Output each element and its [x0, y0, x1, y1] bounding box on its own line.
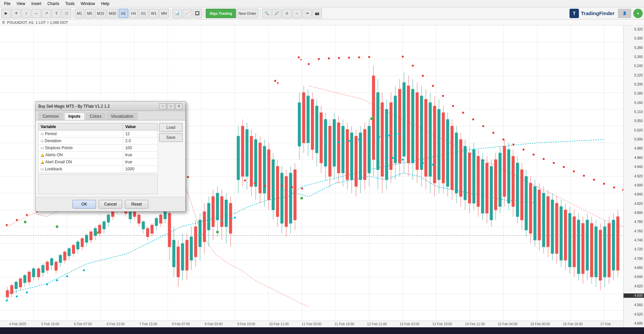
- svg-point-391: [398, 133, 400, 135]
- time-4: 7 Feb 15:00: [132, 322, 164, 326]
- tb-algo-trading[interactable]: Algo Trading: [206, 9, 236, 18]
- modal-close-button[interactable]: ✕: [175, 103, 183, 109]
- modal-maximize-button[interactable]: □: [167, 103, 175, 109]
- tab-common[interactable]: Common: [38, 112, 63, 120]
- tb-text[interactable]: T: [52, 9, 61, 18]
- save-button[interactable]: Save: [159, 133, 183, 142]
- svg-rect-187: [337, 123, 340, 173]
- tb-w1[interactable]: W1: [149, 9, 159, 18]
- cancel-button[interactable]: Cancel: [99, 200, 122, 209]
- svg-rect-291: [564, 210, 567, 260]
- tab-visualization[interactable]: Visualization: [106, 112, 138, 120]
- tb-m30[interactable]: M30: [107, 9, 118, 18]
- tb-line[interactable]: /: [21, 9, 31, 18]
- modal-dialog: Buy Sell Magic MT5 - By TFlab V1.2 1.2 ─…: [35, 101, 186, 212]
- svg-point-399: [96, 231, 98, 234]
- tb-m1[interactable]: M1: [75, 9, 84, 18]
- svg-point-348: [6, 224, 8, 226]
- menu-window[interactable]: Window: [78, 1, 98, 7]
- menu-insert[interactable]: Insert: [29, 1, 44, 7]
- svg-rect-149: [254, 140, 257, 186]
- ok-button[interactable]: OK: [72, 200, 96, 209]
- row-icon-3: 🔔: [41, 154, 44, 157]
- tab-inputs[interactable]: Inputs: [64, 112, 85, 120]
- tb-arrow[interactable]: ↗: [42, 9, 51, 18]
- svg-rect-191: [346, 129, 349, 180]
- menu-help[interactable]: Help: [98, 1, 112, 7]
- tb-m5[interactable]: M5: [85, 9, 94, 18]
- tb-new-order[interactable]: New Order: [237, 9, 258, 18]
- price-4780: 4.780: [624, 220, 644, 224]
- table-row[interactable]: 01Period 12: [39, 130, 158, 137]
- svg-rect-171: [302, 93, 305, 143]
- row-value-1[interactable]: 2.0: [123, 137, 158, 145]
- reset-button[interactable]: Reset: [125, 200, 148, 209]
- tb-autoscroll[interactable]: ↔: [292, 9, 302, 18]
- tb-d1[interactable]: D1: [139, 9, 148, 18]
- tb-objects[interactable]: 🔲: [193, 9, 202, 18]
- svg-rect-151: [259, 143, 261, 193]
- svg-rect-59: [55, 262, 57, 270]
- tb-indicators[interactable]: 📈: [183, 9, 192, 18]
- price-4820: 4.820: [624, 202, 644, 206]
- table-row[interactable]: 01Lookback 1000: [39, 166, 158, 173]
- menu-tools[interactable]: Tools: [63, 1, 78, 7]
- tb-zoom-out[interactable]: 🔎: [272, 9, 282, 18]
- menu-charts[interactable]: Charts: [45, 1, 62, 7]
- tb-mn[interactable]: MN: [159, 9, 169, 18]
- svg-rect-299: [582, 223, 584, 274]
- tb-grid[interactable]: #: [282, 9, 292, 18]
- tb-shapes[interactable]: ◻: [62, 9, 71, 18]
- tb-cursor[interactable]: ▶: [1, 9, 11, 18]
- row-value-5[interactable]: 1000: [123, 166, 158, 173]
- menu-view[interactable]: View: [14, 1, 28, 7]
- svg-point-334: [492, 132, 494, 134]
- tb-zoom-in[interactable]: 🔍: [262, 9, 271, 18]
- modal-minimize-button[interactable]: ─: [159, 103, 166, 109]
- time-1: 5 Feb 15:00: [34, 322, 66, 326]
- price-4740: 4.740: [624, 238, 644, 242]
- modal-footer: OK Cancel Reset: [36, 197, 185, 211]
- table-row[interactable]: ⅟₂Deviation 2.0: [39, 137, 158, 145]
- time-0: 4 Feb 2025: [1, 322, 34, 326]
- tb-chart-shift[interactable]: ⇥: [302, 9, 312, 18]
- tb-chart-type[interactable]: 📊: [172, 9, 182, 18]
- row-value-3[interactable]: true: [123, 152, 158, 159]
- table-row[interactable]: 🔔Alerts ON true: [39, 152, 158, 159]
- svg-rect-125: [199, 220, 201, 247]
- svg-rect-261: [499, 153, 501, 207]
- svg-point-340: [553, 162, 555, 164]
- price-4920: 4.920: [624, 174, 644, 178]
- time-13: 13 Feb 19:00: [426, 322, 458, 326]
- svg-rect-303: [590, 223, 593, 277]
- svg-rect-137: [225, 200, 228, 227]
- table-row[interactable]: 01Stoploss Points 100: [39, 145, 158, 152]
- row-icon-0: 01: [41, 132, 44, 136]
- tb-screenshot[interactable]: 📷: [312, 9, 322, 18]
- tb-h4[interactable]: H4: [129, 9, 138, 18]
- svg-rect-57: [50, 259, 53, 265]
- time-14: 14 Feb 11:00: [458, 322, 491, 326]
- row-icon-4: 🔔: [41, 161, 44, 164]
- table-row[interactable]: 🔔Alert Email ON true: [39, 159, 158, 166]
- menu-file[interactable]: File: [1, 1, 13, 7]
- row-value-0[interactable]: 12: [123, 130, 158, 137]
- tb-h1[interactable]: H1: [119, 9, 128, 18]
- time-15: 15 Feb 04:00: [491, 322, 524, 326]
- svg-point-402: [300, 197, 303, 200]
- svg-rect-193: [350, 133, 353, 180]
- chart-area: ▼ ▼ ▲ 5.320 5.300 5.280 5.260 5.240 5.22…: [0, 25, 644, 327]
- menu-bar: File View Insert Charts Tools Window Hel…: [0, 0, 644, 7]
- tab-colors[interactable]: Colors: [86, 112, 106, 120]
- tb-m15[interactable]: M15: [95, 9, 106, 18]
- svg-rect-117: [181, 243, 184, 270]
- tb-crosshair[interactable]: ✛: [11, 9, 21, 18]
- svg-rect-123: [194, 227, 197, 257]
- inputs-tbody: 01Period 12 ⅟₂Deviation 2.0 01Stoploss P…: [39, 130, 158, 173]
- load-button[interactable]: Load: [159, 123, 183, 132]
- tb-account[interactable]: 👤: [618, 9, 631, 18]
- price-4560: 4.560: [624, 303, 644, 307]
- row-value-4[interactable]: true: [123, 159, 158, 166]
- row-value-2[interactable]: 100: [123, 145, 158, 152]
- tb-hline[interactable]: ─: [32, 9, 41, 18]
